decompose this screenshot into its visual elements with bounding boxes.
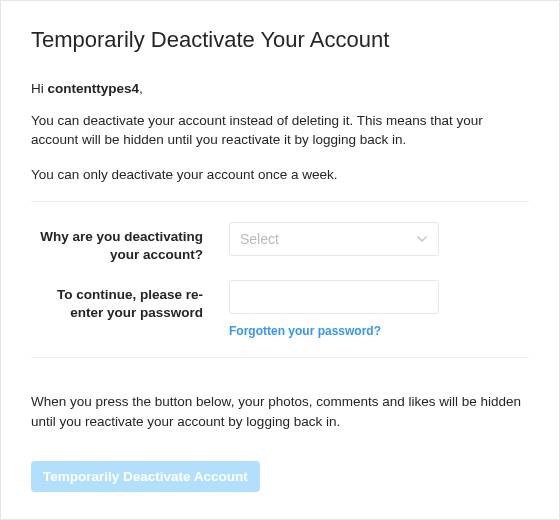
password-label: To continue, please re-enter your passwo… — [31, 280, 229, 322]
password-row: To continue, please re-enter your passwo… — [31, 280, 529, 339]
deactivate-button[interactable]: Temporarily Deactivate Account — [31, 461, 260, 492]
password-control: Forgotten your password? — [229, 280, 439, 339]
reason-select-value: Select — [240, 231, 279, 247]
greeting-text: Hi contenttypes4, — [31, 81, 529, 96]
footer-text: When you press the button below, your ph… — [31, 392, 529, 431]
deactivate-card: Temporarily Deactivate Your Account Hi c… — [0, 0, 560, 520]
form-section: Why are you deactivating your account? S… — [31, 202, 529, 357]
forgot-password-link[interactable]: Forgotten your password? — [229, 324, 381, 338]
reason-row: Why are you deactivating your account? S… — [31, 222, 529, 264]
chevron-down-icon — [416, 233, 428, 245]
reason-label: Why are you deactivating your account? — [31, 222, 229, 264]
greeting-username: contenttypes4 — [48, 81, 140, 96]
reason-select[interactable]: Select — [229, 222, 439, 256]
page-title: Temporarily Deactivate Your Account — [31, 27, 529, 53]
greeting-suffix: , — [139, 81, 143, 96]
info-text-2: You can only deactivate your account onc… — [31, 166, 529, 185]
divider-bottom — [31, 357, 529, 358]
info-text-1: You can deactivate your account instead … — [31, 112, 529, 150]
reason-control: Select — [229, 222, 439, 256]
greeting-prefix: Hi — [31, 81, 48, 96]
password-input[interactable] — [229, 280, 439, 314]
